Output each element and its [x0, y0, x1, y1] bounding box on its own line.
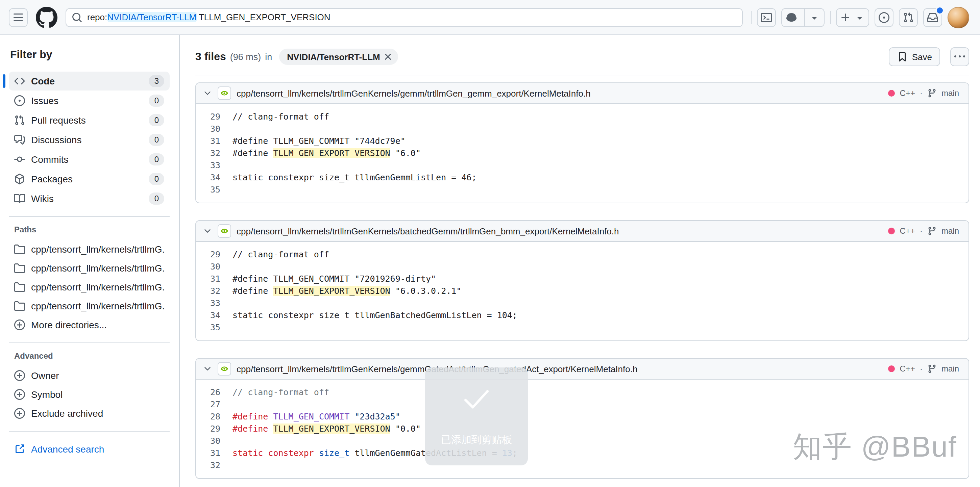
package-icon	[14, 174, 25, 184]
search-query-text: repo:NVIDIA/TensorRT-LLM TLLM_GEN_EXPORT…	[87, 12, 331, 22]
result-count-badge: 0	[149, 134, 164, 146]
advanced-filter-label: Exclude archived	[31, 408, 103, 419]
copilot-button[interactable]	[782, 8, 801, 26]
file-meta: C++·main	[888, 89, 962, 98]
git-pull-request-icon	[903, 12, 914, 23]
results-options-button[interactable]	[950, 47, 969, 66]
line-number: 35	[196, 322, 220, 334]
global-search-input[interactable]: repo:NVIDIA/TensorRT-LLM TLLM_GEN_EXPORT…	[65, 8, 743, 27]
file-path-link[interactable]: cpp/tensorrt_llm/kernels/trtllmGenKernel…	[237, 88, 883, 98]
advanced-filter-list: OwnerSymbolExclude archived	[9, 366, 170, 423]
advanced-filter-exclude-archived[interactable]: Exclude archived	[9, 404, 170, 423]
more-directories-button[interactable]: More directories...	[9, 316, 170, 334]
path-filter-item[interactable]: cpp/tensorrt_llm/kernels/trtllmG...	[9, 297, 170, 316]
code-line: 30	[196, 261, 969, 273]
line-number: 31	[196, 135, 220, 147]
issue-opened-icon	[14, 95, 25, 106]
paths-list: cpp/tensorrt_llm/kernels/trtllmG...cpp/t…	[9, 240, 170, 316]
language-label: C++	[900, 364, 915, 374]
chevron-down-icon[interactable]	[203, 364, 212, 374]
line-content: #define TLLM_GEN_COMMIT "23d32a5"	[220, 411, 401, 423]
clipboard-toast: 已添加到剪贴板	[425, 368, 528, 465]
code-line: 34static constexpr size_t tllmGenGemmLis…	[196, 171, 969, 184]
line-number: 35	[196, 184, 220, 196]
line-number: 32	[196, 285, 220, 297]
sidebar-item-label: Wikis	[31, 193, 143, 204]
line-content: // clang-format off	[220, 386, 329, 398]
advanced-filter-label: Symbol	[31, 389, 62, 400]
issues-dashboard-button[interactable]	[875, 8, 894, 27]
sidebar-item-code[interactable]: Code3	[9, 71, 170, 90]
line-content	[220, 297, 232, 309]
sidebar-title: Filter by	[10, 49, 170, 61]
search-icon	[72, 12, 83, 23]
language-color-dot	[888, 90, 895, 97]
advanced-search-link[interactable]: Advanced search	[9, 440, 170, 458]
pull-requests-dashboard-button[interactable]	[899, 8, 918, 27]
chevron-down-icon[interactable]	[203, 89, 212, 98]
result-count-badge: 0	[149, 153, 164, 165]
search-results-main: 3 files (96 ms) in NVIDIA/TensorRT-LLM S…	[180, 35, 980, 487]
paths-section-label: Paths	[14, 225, 170, 235]
line-content: #define TLLM_GEN_COMMIT "744dc79e"	[220, 135, 406, 147]
sidebar-item-pull-requests[interactable]: Pull requests0	[9, 111, 170, 130]
nvidia-org-avatar-icon[interactable]	[218, 224, 231, 238]
line-content	[220, 398, 232, 411]
nvidia-org-avatar-icon[interactable]	[218, 362, 231, 376]
sidebar-item-commits[interactable]: Commits0	[9, 150, 170, 169]
code-line: 31#define TLLM_GEN_COMMIT "744dc79e"	[196, 135, 969, 147]
file-card-header: cpp/tensorrt_llm/kernels/trtllmGenKernel…	[196, 359, 969, 380]
sidebar-item-packages[interactable]: Packages0	[9, 170, 170, 189]
sidebar-item-issues[interactable]: Issues0	[9, 91, 170, 110]
line-content	[220, 459, 232, 471]
chevron-down-icon[interactable]	[203, 226, 212, 236]
header-actions	[751, 6, 969, 28]
save-search-button[interactable]: Save	[889, 47, 940, 66]
hamburger-menu-button[interactable]	[9, 8, 28, 27]
line-content: static constexpr size_t tllmGenBatchedGe…	[220, 309, 517, 322]
path-filter-item[interactable]: cpp/tensorrt_llm/kernels/trtllmG...	[9, 240, 170, 259]
meta-separator: ·	[920, 364, 923, 374]
nvidia-org-avatar-icon[interactable]	[218, 86, 231, 100]
sidebar-item-wikis[interactable]: Wikis0	[9, 189, 170, 208]
git-branch-icon	[927, 89, 937, 98]
line-content	[220, 322, 232, 334]
file-path-link[interactable]: cpp/tensorrt_llm/kernels/trtllmGenKernel…	[237, 364, 883, 374]
repo-filter-label: NVIDIA/TensorRT-LLM	[287, 52, 380, 62]
file-results-list: cpp/tensorrt_llm/kernels/trtllmGenKernel…	[195, 82, 969, 479]
path-filter-item[interactable]: cpp/tensorrt_llm/kernels/trtllmG...	[9, 278, 170, 297]
line-number: 29	[196, 111, 220, 123]
path-filter-item[interactable]: cpp/tensorrt_llm/kernels/trtllmG...	[9, 259, 170, 278]
user-avatar[interactable]	[948, 6, 969, 28]
copilot-dropdown-button[interactable]	[804, 8, 824, 26]
command-palette-button[interactable]	[757, 8, 776, 27]
code-line: 26// clang-format off	[196, 386, 969, 398]
issue-opened-icon	[879, 12, 889, 23]
inbox-button[interactable]	[923, 8, 942, 27]
file-directory-icon	[14, 282, 25, 292]
close-icon[interactable]	[383, 51, 394, 62]
sidebar-item-label: Packages	[31, 174, 143, 184]
code-icon	[14, 76, 25, 86]
result-count-badge: 3	[149, 75, 164, 87]
line-content: // clang-format off	[220, 249, 329, 261]
results-time: (96 ms)	[230, 52, 261, 62]
github-logo[interactable]	[36, 6, 57, 28]
plus-circle-icon	[14, 370, 25, 381]
advanced-filter-owner[interactable]: Owner	[9, 366, 170, 385]
code-line: 33	[196, 159, 969, 171]
line-content: #define TLLM_GEN_EXPORT_VERSION "0.0"	[220, 423, 421, 435]
create-new-button[interactable]	[836, 8, 869, 27]
repo-filter-chip[interactable]: NVIDIA/TensorRT-LLM	[279, 49, 398, 65]
code-line: 32#define TLLM_GEN_EXPORT_VERSION "6.0"	[196, 147, 969, 159]
advanced-filter-symbol[interactable]: Symbol	[9, 385, 170, 404]
sidebar-item-discussions[interactable]: Discussions0	[9, 130, 170, 149]
code-line: 28#define TLLM_GEN_COMMIT "23d32a5"	[196, 411, 969, 423]
file-path-link[interactable]: cpp/tensorrt_llm/kernels/trtllmGenKernel…	[237, 226, 883, 236]
file-card-header: cpp/tensorrt_llm/kernels/trtllmGenKernel…	[196, 83, 969, 104]
code-line: 35	[196, 322, 969, 334]
sidebar-item-label: Pull requests	[31, 115, 143, 125]
link-external-icon	[14, 444, 25, 455]
git-commit-icon	[14, 154, 25, 165]
divider	[9, 216, 170, 217]
